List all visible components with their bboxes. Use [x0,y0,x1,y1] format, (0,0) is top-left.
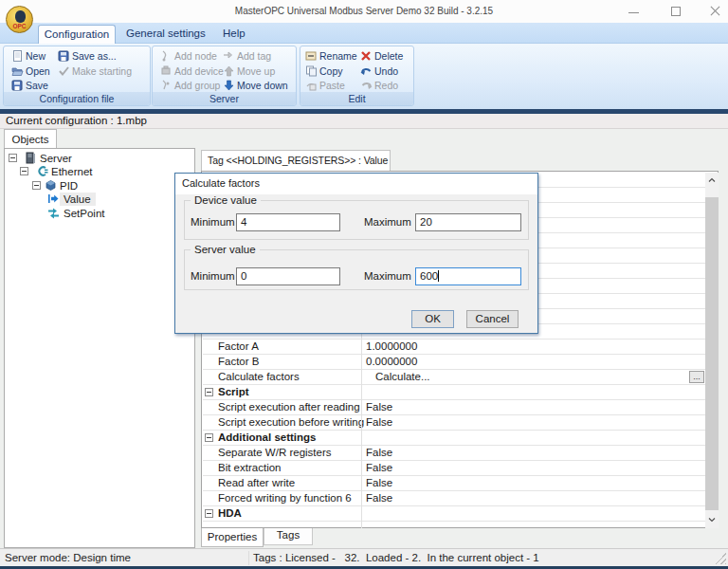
resize-grip[interactable] [715,553,726,564]
add-tag-button[interactable]: Add tag [223,49,271,64]
save-button[interactable]: Save [11,79,48,93]
minimum-label: Minimum [191,216,235,228]
ok-button[interactable]: OK [411,310,454,328]
new-button[interactable]: New [11,49,46,64]
window-title: MasterOPC Universal Modbus Server Demo 3… [0,6,728,16]
copy-button[interactable]: Copy [305,64,343,79]
grid-group-row[interactable]: HDA [203,506,705,522]
add-device-icon [160,65,173,77]
tab-properties[interactable]: Properties [201,528,264,547]
current-configuration-bar: Current configuration : 1.mbp [0,114,728,129]
add-tag-icon [223,50,235,62]
redo-icon [360,80,373,91]
undo-icon [360,65,373,77]
rename-button[interactable]: Rename [305,49,357,64]
scroll-down-icon[interactable] [705,512,719,528]
tab-objects[interactable]: Objects [4,129,57,148]
scroll-up-icon[interactable] [705,173,719,189]
server-minimum-input[interactable]: 0 [236,267,340,285]
copy-icon [305,65,318,77]
server-icon [25,152,37,164]
save-as-button[interactable]: Save as... [58,49,117,64]
add-device-button[interactable]: Add device [160,64,224,79]
delete-button[interactable]: Delete [360,49,403,64]
paste-icon [305,80,318,91]
minimum-label: Minimum [191,270,235,282]
add-node-icon [160,50,173,62]
grid-row[interactable]: Script execution after readingFalse [203,400,705,415]
grid-row[interactable]: Bit extractionFalse [203,461,705,476]
maximum-label: Maximum [364,270,411,282]
current-configuration-text: Current configuration : 1.mbp [6,115,147,126]
move-down-icon [223,80,235,91]
objects-tree-panel: Server Ethernet PID Value SetPoint [4,148,195,548]
ribbon-group-edit: Rename Delete Copy Undo Paste Redo Edit [300,46,414,106]
ribbon-group-configuration-file: New Save as... Open Make starting Save C… [3,46,151,106]
calculate-factors-dialog: Calculate factors Device value Minimum 4… [174,173,538,334]
calculate-factors-ellipsis-button[interactable]: ... [689,371,704,383]
add-node-button[interactable]: Add node [160,49,217,64]
status-divider [248,551,249,565]
make-starting-button[interactable]: Make starting [58,64,132,79]
make-starting-icon [58,65,70,77]
ribbon-group-label: Edit [300,92,413,105]
server-maximum-input[interactable]: 600 [415,267,521,285]
ribbon-group-label: Server [153,92,296,105]
dialog-title: Calculate factors [175,174,537,194]
tags-status: Tags : Licensed - 32. Loaded - 2. In the… [253,552,539,563]
cancel-button[interactable]: Cancel [466,310,519,328]
ribbon-group-label: Configuration file [4,92,150,105]
move-down-button[interactable]: Move down [223,79,288,93]
grid-row[interactable]: Read after writeFalse [203,476,705,491]
new-file-icon [11,50,24,62]
undo-button[interactable]: Undo [360,64,398,79]
app-logo-icon[interactable]: OPC [6,6,33,33]
tab-tags[interactable]: Tags [264,528,313,545]
tab-help[interactable]: Help [223,23,246,44]
grid-row[interactable]: Calculate factorsCalculate... [203,370,705,385]
ribbon: New Save as... Open Make starting Save C… [0,44,728,109]
save-as-icon [58,50,70,62]
grid-row[interactable]: Factor A1.0000000 [203,340,705,355]
grid-row[interactable]: Script execution before writingFalse [203,415,705,431]
open-button[interactable]: Open [11,64,50,79]
grid-group-row[interactable]: Script [203,385,705,400]
device-maximum-input[interactable]: 20 [415,213,521,231]
minimize-button[interactable] [628,6,641,17]
grid-group-row[interactable]: Additional settings [203,431,705,446]
move-up-icon [223,65,235,77]
paste-button[interactable]: Paste [305,79,345,93]
redo-button[interactable]: Redo [360,79,398,93]
maximize-button[interactable] [670,6,683,17]
vertical-scrollbar[interactable] [705,173,719,528]
collapse-expander-icon[interactable] [205,509,213,518]
close-button[interactable] [709,6,722,17]
device-icon [45,179,57,192]
tag-value-icon [47,193,60,205]
move-up-button[interactable]: Move up [223,64,275,79]
add-group-button[interactable]: Add group [160,79,220,93]
rename-icon [305,50,318,62]
tag-setpoint-icon [47,207,60,219]
ethernet-icon [36,165,48,177]
collapse-expander-icon[interactable] [205,388,213,396]
grid-row[interactable]: Factor B0.0000000 [203,355,705,370]
tab-general-settings[interactable]: General settings [126,23,206,44]
tab-tag-holding-registers[interactable]: Tag <<HOLDING_REGISTERS>> : Value [201,150,391,171]
tab-configuration[interactable]: Configuration [38,25,116,44]
maximum-label: Maximum [364,216,411,228]
collapse-expander-icon[interactable] [9,154,17,162]
title-bar: MasterOPC Universal Modbus Server Demo 3… [0,0,728,23]
add-group-icon [160,80,173,91]
collapse-expander-icon[interactable] [32,181,41,190]
save-icon [11,80,24,91]
scrollbar-thumb[interactable] [705,197,719,510]
grid-row[interactable]: Forced writing by function 6False [203,491,705,506]
grid-row[interactable]: Separate W/R registersFalse [203,446,705,461]
group-label: Server value [191,244,260,255]
collapse-expander-icon[interactable] [20,167,28,175]
status-bar: Server mode: Design time Tags : Licensed… [0,548,728,566]
collapse-expander-icon[interactable] [205,433,213,442]
device-minimum-input[interactable]: 4 [236,213,340,231]
delete-icon [360,50,373,62]
